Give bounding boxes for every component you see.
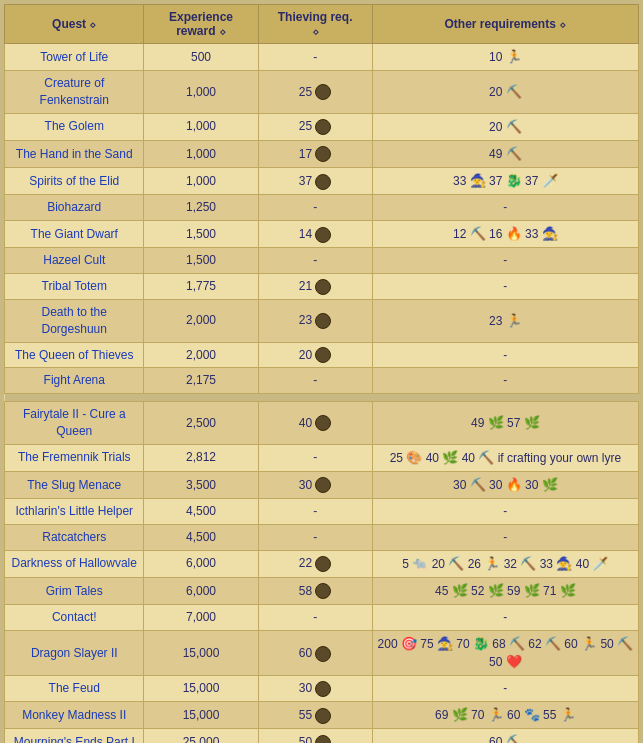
table-row: Hazeel Cult1,500-- bbox=[5, 248, 639, 274]
table-row: Death to the Dorgeshuun2,00023 23 🏃 bbox=[5, 299, 639, 342]
table-row: Biohazard1,250-- bbox=[5, 195, 639, 221]
other-req-cell: 23 🏃 bbox=[372, 299, 638, 342]
other-req-cell: - bbox=[372, 605, 638, 631]
table-row: Tower of Life500-10 🏃 bbox=[5, 44, 639, 71]
thieving-cell: 17 bbox=[258, 140, 372, 167]
table-row: Icthlarin's Little Helper4,500-- bbox=[5, 499, 639, 525]
table-row: Darkness of Hallowvale6,00022 5 🐀 20 ⛏️ … bbox=[5, 550, 639, 577]
thieving-cell: 20 bbox=[258, 342, 372, 368]
xp-cell: 2,000 bbox=[144, 299, 258, 342]
quest-name-cell: Hazeel Cult bbox=[5, 248, 144, 274]
quest-name-cell: Fight Arena bbox=[5, 368, 144, 394]
table-wrapper: Quest ⬦ Experiencereward ⬦ Thieving req.… bbox=[0, 0, 643, 743]
thieving-cell: 21 bbox=[258, 274, 372, 300]
other-req-cell: 200 🎯 75 🧙 70 🐉 68 ⛏️ 62 ⛏️ 60 🏃 50 ⛏️ 5… bbox=[372, 630, 638, 675]
thieving-cell: 50 bbox=[258, 729, 372, 743]
table-row: The Hand in the Sand1,00017 49 ⛏️ bbox=[5, 140, 639, 167]
other-req-cell: 5 🐀 20 ⛏️ 26 🏃 32 ⛏️ 33 🧙 40 🗡️ bbox=[372, 550, 638, 577]
table-row: Monkey Madness II15,00055 69 🌿 70 🏃 60 🐾… bbox=[5, 702, 639, 729]
other-req-cell: 33 🧙 37 🐉 37 🗡️ bbox=[372, 168, 638, 195]
other-req-cell: 20 ⛏️ bbox=[372, 113, 638, 140]
xp-cell: 1,500 bbox=[144, 248, 258, 274]
quest-name-cell: The Feud bbox=[5, 676, 144, 702]
other-req-cell: 12 ⛏️ 16 🔥 33 🧙 bbox=[372, 221, 638, 248]
quest-name-cell: The Hand in the Sand bbox=[5, 140, 144, 167]
thieving-cell: - bbox=[258, 44, 372, 71]
other-req-cell: 10 🏃 bbox=[372, 44, 638, 71]
other-req-cell: 30 ⛏️ 30 🔥 30 🌿 bbox=[372, 471, 638, 498]
thieving-cell: 30 bbox=[258, 676, 372, 702]
other-req-cell: 49 🌿 57 🌿 bbox=[372, 402, 638, 445]
xp-cell: 2,500 bbox=[144, 402, 258, 445]
xp-cell: 2,812 bbox=[144, 444, 258, 471]
thieving-cell: 22 bbox=[258, 550, 372, 577]
other-req-cell: - bbox=[372, 524, 638, 550]
other-req-cell: - bbox=[372, 368, 638, 394]
other-req-cell: 25 🎨 40 🌿 40 ⛏️ if crafting your own lyr… bbox=[372, 444, 638, 471]
xp-cell: 1,000 bbox=[144, 71, 258, 114]
other-req-cell: 20 ⛏️ bbox=[372, 71, 638, 114]
thieving-cell: - bbox=[258, 524, 372, 550]
table-row: Ratcatchers4,500-- bbox=[5, 524, 639, 550]
other-req-cell: 49 ⛏️ bbox=[372, 140, 638, 167]
section-separator bbox=[5, 394, 639, 402]
table-row: Tribal Totem1,77521 - bbox=[5, 274, 639, 300]
col-thieving: Thieving req.⬦ bbox=[258, 5, 372, 44]
xp-cell: 15,000 bbox=[144, 676, 258, 702]
thieving-cell: - bbox=[258, 444, 372, 471]
xp-cell: 1,000 bbox=[144, 113, 258, 140]
thieving-cell: - bbox=[258, 248, 372, 274]
table-row: Spirits of the Elid1,00037 33 🧙 37 🐉 37 … bbox=[5, 168, 639, 195]
xp-cell: 4,500 bbox=[144, 524, 258, 550]
thieving-cell: - bbox=[258, 195, 372, 221]
thieving-cell: 37 bbox=[258, 168, 372, 195]
thieving-cell: 55 bbox=[258, 702, 372, 729]
xp-cell: 15,000 bbox=[144, 702, 258, 729]
xp-cell: 1,000 bbox=[144, 140, 258, 167]
thieving-cell: 58 bbox=[258, 577, 372, 604]
col-quest: Quest ⬦ bbox=[5, 5, 144, 44]
table-row: Dragon Slayer II15,00060 200 🎯 75 🧙 70 🐉… bbox=[5, 630, 639, 675]
table-row: The Slug Menace3,50030 30 ⛏️ 30 🔥 30 🌿 bbox=[5, 471, 639, 498]
thieving-cell: - bbox=[258, 605, 372, 631]
quest-name-cell: Icthlarin's Little Helper bbox=[5, 499, 144, 525]
xp-cell: 2,000 bbox=[144, 342, 258, 368]
xp-cell: 3,500 bbox=[144, 471, 258, 498]
other-req-cell: - bbox=[372, 274, 638, 300]
thieving-cell: 25 bbox=[258, 113, 372, 140]
other-req-cell: - bbox=[372, 248, 638, 274]
table-row: Grim Tales6,00058 45 🌿 52 🌿 59 🌿 71 🌿 bbox=[5, 577, 639, 604]
quest-name-cell: Dragon Slayer II bbox=[5, 630, 144, 675]
other-req-cell: - bbox=[372, 342, 638, 368]
quest-name-cell: Contact! bbox=[5, 605, 144, 631]
table-row: Mourning's Ends Part I25,00050 60 ⛏️ bbox=[5, 729, 639, 743]
quest-name-cell: Biohazard bbox=[5, 195, 144, 221]
table-row: Creature of Fenkenstrain1,00025 20 ⛏️ bbox=[5, 71, 639, 114]
other-req-cell: 69 🌿 70 🏃 60 🐾 55 🏃 bbox=[372, 702, 638, 729]
col-xp: Experiencereward ⬦ bbox=[144, 5, 258, 44]
other-req-cell: - bbox=[372, 499, 638, 525]
xp-cell: 25,000 bbox=[144, 729, 258, 743]
xp-cell: 6,000 bbox=[144, 550, 258, 577]
other-req-cell: - bbox=[372, 195, 638, 221]
table-row: The Fremennik Trials2,812-25 🎨 40 🌿 40 ⛏… bbox=[5, 444, 639, 471]
thieving-cell: 25 bbox=[258, 71, 372, 114]
col-other: Other requirements ⬦ bbox=[372, 5, 638, 44]
other-req-cell: 45 🌿 52 🌿 59 🌿 71 🌿 bbox=[372, 577, 638, 604]
quest-name-cell: Mourning's Ends Part I bbox=[5, 729, 144, 743]
quest-name-cell: Fairytale II - Cure a Queen bbox=[5, 402, 144, 445]
table-row: The Feud15,00030 - bbox=[5, 676, 639, 702]
thieving-cell: - bbox=[258, 499, 372, 525]
other-req-cell: 60 ⛏️ bbox=[372, 729, 638, 743]
xp-cell: 15,000 bbox=[144, 630, 258, 675]
table-row: The Queen of Thieves2,00020 - bbox=[5, 342, 639, 368]
xp-cell: 6,000 bbox=[144, 577, 258, 604]
quest-name-cell: The Golem bbox=[5, 113, 144, 140]
xp-cell: 1,775 bbox=[144, 274, 258, 300]
quest-table: Quest ⬦ Experiencereward ⬦ Thieving req.… bbox=[4, 4, 639, 743]
table-row: Fairytale II - Cure a Queen2,50040 49 🌿 … bbox=[5, 402, 639, 445]
thieving-cell: 23 bbox=[258, 299, 372, 342]
thieving-cell: 60 bbox=[258, 630, 372, 675]
xp-cell: 7,000 bbox=[144, 605, 258, 631]
quest-name-cell: Tower of Life bbox=[5, 44, 144, 71]
